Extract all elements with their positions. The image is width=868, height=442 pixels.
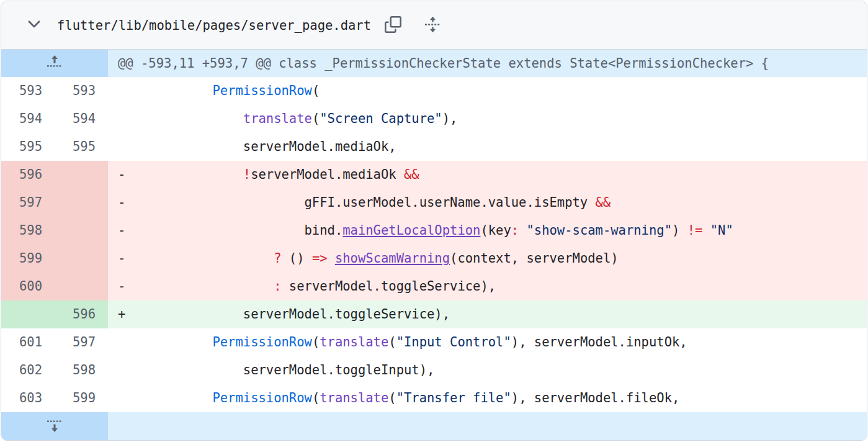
code-cell: - : serverModel.toggleService), xyxy=(108,273,867,300)
code-segment: "Transfer file" xyxy=(396,390,511,405)
code-segment: (key xyxy=(480,223,511,238)
code-segment xyxy=(136,279,274,294)
code-cell: PermissionRow(translate("Transfer file")… xyxy=(108,384,867,412)
fold-up-icon xyxy=(47,54,63,73)
old-line-number[interactable] xyxy=(1,300,55,328)
new-line-number[interactable] xyxy=(55,161,108,189)
expand-all-button[interactable] xyxy=(423,16,442,35)
code-segment: bind. xyxy=(136,223,342,238)
code-segment: ? xyxy=(274,251,281,266)
code-segment: ), serverModel.inputOk, xyxy=(511,335,687,350)
old-line-number[interactable]: 598 xyxy=(1,217,55,245)
old-line-number[interactable]: 601 xyxy=(1,328,55,356)
diff-row: 593593 PermissionRow( xyxy=(1,77,867,105)
expander-bottom-body xyxy=(108,412,867,440)
new-line-number[interactable] xyxy=(55,273,108,300)
hunk-header-text: @@ -593,11 +593,7 @@ class _PermissionCh… xyxy=(108,50,867,77)
code-segment: PermissionRow xyxy=(212,390,311,405)
new-line-number[interactable]: 593 xyxy=(55,77,108,105)
diff-file-card: flutter/lib/mobile/pages/server_page.dar… xyxy=(1,1,867,441)
code-segment: translate xyxy=(320,390,388,405)
code-cell: serverModel.mediaOk, xyxy=(108,133,867,161)
new-line-number[interactable]: 597 xyxy=(55,328,108,356)
code-segment: serverModel.toggleService), xyxy=(282,279,496,294)
code-segment: translate xyxy=(320,335,388,350)
old-line-number[interactable]: 593 xyxy=(1,77,55,105)
code-cell: PermissionRow( xyxy=(108,77,867,105)
code-segment xyxy=(136,111,243,126)
code-segment: "show-scam-warning" xyxy=(526,223,672,238)
expand-up-button[interactable] xyxy=(1,50,108,77)
new-line-number[interactable]: 594 xyxy=(55,105,108,133)
code-cell: PermissionRow(translate("Input Control")… xyxy=(108,328,867,356)
collapse-file-button[interactable] xyxy=(25,16,43,35)
diff-marker: - xyxy=(118,189,136,217)
copy-path-button[interactable] xyxy=(383,16,402,35)
new-line-number[interactable]: 595 xyxy=(55,133,108,161)
diff-row: 598- bind.mainGetLocalOption(key: "show-… xyxy=(1,217,867,245)
code-segment xyxy=(519,223,526,238)
hunk-header-row: @@ -593,11 +593,7 @@ class _PermissionCh… xyxy=(1,50,867,77)
new-line-number[interactable] xyxy=(55,245,108,273)
old-line-number[interactable]: 603 xyxy=(1,384,55,412)
code-cell: - ? () => showScamWarning(context, serve… xyxy=(108,245,867,273)
diff-marker: - xyxy=(118,161,136,189)
code-cell: serverModel.toggleInput), xyxy=(108,356,867,384)
old-line-number[interactable]: 594 xyxy=(1,105,55,133)
old-line-number[interactable]: 595 xyxy=(1,133,55,161)
old-line-number[interactable]: 597 xyxy=(1,189,55,217)
diff-row: 596+ serverModel.toggleService), xyxy=(1,300,867,328)
code-segment: serverModel.mediaOk, xyxy=(136,139,396,154)
unfold-icon xyxy=(424,16,441,35)
code-segment: ( xyxy=(312,335,320,350)
code-segment: gFFI.userModel.userName.value.isEmpty xyxy=(136,195,596,210)
old-line-number[interactable]: 600 xyxy=(1,273,55,300)
code-segment: ( xyxy=(312,390,320,405)
code-segment: PermissionRow xyxy=(212,335,311,350)
expander-bottom-row xyxy=(1,412,867,440)
file-header: flutter/lib/mobile/pages/server_page.dar… xyxy=(1,1,867,50)
code-segment: translate xyxy=(243,111,312,126)
diff-row: 599- ? () => showScamWarning(context, se… xyxy=(1,245,867,273)
new-line-number[interactable]: 596 xyxy=(55,300,108,328)
code-segment: serverModel.mediaOk xyxy=(251,167,404,182)
diff-row: 597- gFFI.userModel.userName.value.isEmp… xyxy=(1,189,867,217)
code-segment: && xyxy=(596,195,611,210)
file-path-link[interactable]: flutter/lib/mobile/pages/server_page.dar… xyxy=(57,18,371,33)
diff-marker: - xyxy=(118,217,136,245)
code-segment: : xyxy=(274,279,281,294)
code-segment xyxy=(702,223,710,238)
code-cell: - gFFI.userModel.userName.value.isEmpty … xyxy=(108,189,867,217)
code-cell: - bind.mainGetLocalOption(key: "show-sca… xyxy=(108,217,867,245)
code-segment: ( xyxy=(312,111,320,126)
old-line-number[interactable]: 596 xyxy=(1,161,55,189)
new-line-number[interactable]: 599 xyxy=(55,384,108,412)
new-line-number[interactable] xyxy=(55,189,108,217)
code-cell: + serverModel.toggleService), xyxy=(108,300,867,328)
old-line-number[interactable]: 602 xyxy=(1,356,55,384)
new-line-number[interactable] xyxy=(55,217,108,245)
code-segment: ), serverModel.fileOk, xyxy=(511,390,680,405)
code-segment: ( xyxy=(388,335,396,350)
code-segment xyxy=(136,251,274,266)
code-segment: showScamWarning xyxy=(335,251,450,266)
code-segment: ) xyxy=(672,223,687,238)
code-segment: ! xyxy=(243,167,251,182)
old-line-number[interactable]: 599 xyxy=(1,245,55,273)
code-segment xyxy=(136,390,212,405)
code-segment: (context, serverModel) xyxy=(450,251,619,266)
code-segment: serverModel.toggleService), xyxy=(136,307,450,322)
diff-row: 594594 translate("Screen Capture"), xyxy=(1,105,867,133)
diff-row: 596- !serverModel.mediaOk && xyxy=(1,161,867,189)
code-segment: "Screen Capture" xyxy=(320,111,442,126)
code-segment xyxy=(136,335,212,350)
new-line-number[interactable]: 598 xyxy=(55,356,108,384)
code-segment: PermissionRow xyxy=(212,83,311,98)
expand-down-button[interactable] xyxy=(1,412,108,440)
diff-row: 603599 PermissionRow(translate("Transfer… xyxy=(1,384,867,412)
diff-body: 593593 PermissionRow(594594 translate("S… xyxy=(1,77,867,412)
diff-row: 602598 serverModel.toggleInput), xyxy=(1,356,867,384)
chevron-down-icon xyxy=(26,16,42,34)
code-segment: ), xyxy=(442,111,458,126)
code-cell: translate("Screen Capture"), xyxy=(108,105,867,133)
